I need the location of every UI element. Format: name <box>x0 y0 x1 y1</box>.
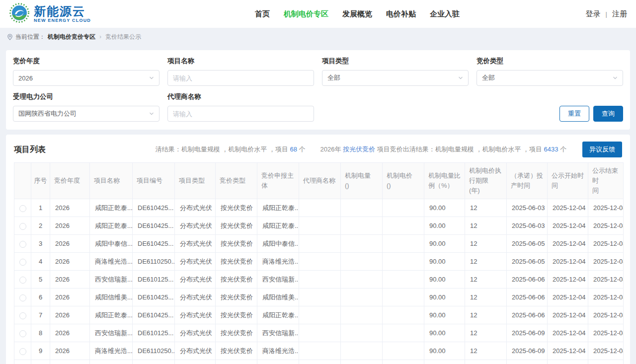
chevron-down-icon <box>149 111 154 116</box>
table-cell: 2025-12-04 <box>548 342 588 360</box>
nav-item-price-subsidy[interactable]: 电价补贴 <box>386 9 416 19</box>
row-select-cell <box>14 235 31 253</box>
table-cell <box>299 342 341 360</box>
project-list-panel: 项目列表 清结果：机制电量规模 ，机制电价水平 ，项目 68 个2026年 按光… <box>6 135 630 364</box>
table-cell: 西安信瑞新... <box>257 271 299 289</box>
table-cell: 分布式光伏 <box>175 217 216 235</box>
table-cell <box>341 342 383 360</box>
table-cell: 90.00 <box>424 306 465 324</box>
row-radio[interactable] <box>19 205 26 212</box>
panel-title: 项目列表 <box>14 145 46 155</box>
breadcrumb: 当前位置： 机制电价竞价专区 › 竞价结果公示 <box>0 28 636 46</box>
table-cell: 分布式光伏 <box>175 289 216 306</box>
table-cell: 2026 <box>50 289 90 306</box>
table-cell <box>299 360 341 364</box>
breadcrumb-section[interactable]: 机制电价竞价专区 <box>48 33 95 41</box>
bid-year-label: 竞价年度 <box>13 57 159 66</box>
chevron-down-icon <box>458 75 463 80</box>
row-radio[interactable] <box>19 312 26 319</box>
table-cell: 按光伏竞价 <box>216 342 257 360</box>
table-cell: 2025-12-04 <box>548 306 588 324</box>
row-radio[interactable] <box>19 241 26 248</box>
table-row: 72026咸阳正乾泰...DE610425...分布式光伏按光伏竞价咸阳正乾泰.… <box>14 306 624 324</box>
nav-item-mechanism-price-zone[interactable]: 机制电价专区 <box>284 9 328 19</box>
table-cell: 2026 <box>50 253 90 271</box>
new-energy-cloud-logo-icon <box>9 2 30 25</box>
agent-name-input[interactable] <box>167 106 314 122</box>
table-cell: 2026 <box>50 306 90 324</box>
table-cell: 商洛维光浩... <box>90 360 133 364</box>
table-header-cell: 竞价申报主 体 <box>257 163 299 199</box>
table-row: 102026商洛维光浩...DE6110250...分布式光伏按光伏竞价商洛维光… <box>14 360 624 364</box>
row-radio[interactable] <box>19 330 26 337</box>
row-radio[interactable] <box>19 259 26 266</box>
table-cell: 2025-06-03 <box>507 217 548 235</box>
table-cell: 按光伏竞价 <box>216 235 257 253</box>
nav-item-enterprise-entry[interactable]: 企业入驻 <box>430 9 460 19</box>
table-cell: 12 <box>465 217 507 235</box>
project-name-input[interactable] <box>167 70 314 86</box>
table-row: 22026咸阳正乾泰...DE610425...分布式光伏按光伏竞价咸阳正乾泰.… <box>14 217 624 235</box>
table-cell: 咸阳中泰信... <box>257 235 299 253</box>
row-radio[interactable] <box>19 348 26 355</box>
row-select-cell <box>14 271 31 289</box>
auth-divider: | <box>606 10 607 18</box>
table-cell: 2025-06-06 <box>507 306 548 324</box>
logo[interactable]: 新能源云 NEW ENERGY CLOUD <box>9 2 91 25</box>
table-cell: 2025-06-09 <box>507 360 548 364</box>
table-header-cell: 代理商名称 <box>299 163 341 199</box>
table-cell <box>299 253 341 271</box>
row-select-cell <box>14 342 31 360</box>
project-table: 序号竞价年度项目名称项目编号项目类型竞价类型竞价申报主 体代理商名称机制电量 (… <box>14 162 624 364</box>
reset-button[interactable]: 重置 <box>559 106 589 122</box>
nav-item-home[interactable]: 首页 <box>255 9 270 19</box>
table-cell: DE610425... <box>133 306 175 324</box>
table-cell: 2 <box>31 217 50 235</box>
table-cell: 商洛维光浩... <box>257 360 299 364</box>
objection-feedback-button[interactable]: 异议反馈 <box>582 142 622 157</box>
nav-item-development-overview[interactable]: 发展概览 <box>342 9 372 19</box>
bid-year-select[interactable]: 2026 <box>13 70 159 86</box>
table-cell: 西安信瑞新... <box>90 324 133 342</box>
row-radio[interactable] <box>19 277 26 284</box>
table-cell: 咸阳正乾泰... <box>90 199 133 217</box>
project-count-6433: 6433 <box>544 146 558 153</box>
table-cell: 分布式光伏 <box>175 235 216 253</box>
bid-year-value: 2026 <box>18 74 33 82</box>
project-type-value: 全部 <box>327 73 340 82</box>
table-cell: 2025-12-08 <box>588 289 624 306</box>
table-cell: 2025-06-09 <box>507 324 548 342</box>
row-radio[interactable] <box>19 294 26 301</box>
table-cell: 2025-12-04 <box>548 235 588 253</box>
login-link[interactable]: 登录 <box>586 9 601 19</box>
table-cell: 2025-12-08 <box>588 342 624 360</box>
table-cell: 咸阳中泰信... <box>90 235 133 253</box>
project-type-select[interactable]: 全部 <box>322 70 469 86</box>
table-cell <box>299 271 341 289</box>
solar-bid-link[interactable]: 按光伏竞价 <box>343 146 375 153</box>
table-cell <box>341 306 383 324</box>
table-cell: 商洛维光浩... <box>90 253 133 271</box>
table-cell: 12 <box>465 253 507 271</box>
bid-type-select[interactable]: 全部 <box>477 70 623 86</box>
table-cell: 2025-06-06 <box>507 289 548 306</box>
top-header: 新能源云 NEW ENERGY CLOUD 首页 机制电价专区 发展概览 电价补… <box>0 0 636 28</box>
power-company-select[interactable]: 国网陕西省电力公司 <box>13 106 159 122</box>
search-button[interactable]: 查询 <box>593 106 623 122</box>
row-radio[interactable] <box>19 223 26 230</box>
project-name-label: 项目名称 <box>167 57 314 66</box>
table-cell <box>299 217 341 235</box>
table-cell: 12 <box>465 235 507 253</box>
table-cell: 90.00 <box>424 271 465 289</box>
table-cell: 2026 <box>50 199 90 217</box>
table-cell <box>341 235 383 253</box>
table-cell: 9 <box>31 342 50 360</box>
table-cell: 2025-06-03 <box>507 199 548 217</box>
table-row: 42026商洛维光浩...DE6110250...分布式光伏按光伏竞价商洛维光浩… <box>14 253 624 271</box>
table-row: 62026咸阳信维美...DE610425...分布式光伏按光伏竞价咸阳信维美.… <box>14 289 624 306</box>
table-cell: 2025-12-08 <box>588 199 624 217</box>
table-cell: DE610125... <box>133 324 175 342</box>
table-cell: 按光伏竞价 <box>216 360 257 364</box>
row-select-cell <box>14 289 31 306</box>
register-link[interactable]: 注册 <box>612 9 627 19</box>
